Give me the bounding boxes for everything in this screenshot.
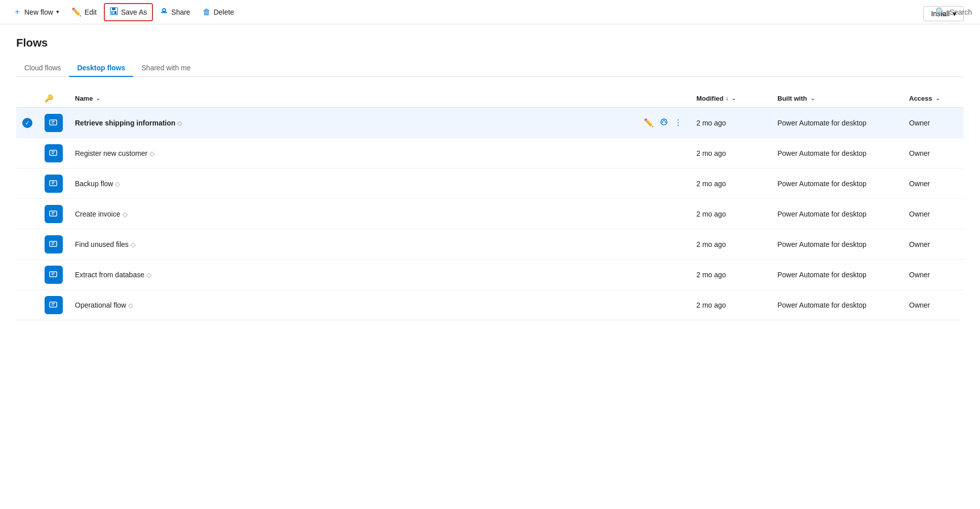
flow-built-with-cell: Power Automate for desktop — [771, 108, 903, 138]
table-row[interactable]: ✓ Retrieve shipping information◇ ✏️ ⋮ 2 … — [16, 108, 964, 138]
flow-icon — [45, 175, 63, 193]
search-box[interactable]: 🔍 Search — [935, 7, 972, 17]
flow-modified-cell: 2 mo ago — [690, 199, 771, 229]
row-checkbox-cell[interactable] — [16, 138, 38, 168]
save-as-label: Save As — [121, 8, 147, 16]
flow-access-cell: Owner — [903, 138, 964, 168]
svg-point-9 — [662, 121, 663, 122]
flow-icon — [45, 296, 63, 314]
svg-rect-3 — [112, 12, 114, 14]
table-row[interactable]: Register new customer◇2 mo agoPower Auto… — [16, 138, 964, 168]
share-button[interactable]: Share — [155, 4, 195, 20]
row-checkbox-cell[interactable]: ✓ — [16, 108, 38, 138]
new-flow-label: New flow — [24, 8, 53, 16]
search-icon: 🔍 — [935, 7, 946, 17]
flow-modified: 2 mo ago — [696, 180, 726, 188]
name-sort-icon: ⌄ — [96, 95, 100, 102]
svg-point-4 — [163, 9, 165, 11]
flow-built-with-cell: Power Automate for desktop — [771, 168, 903, 199]
flow-icon — [45, 114, 63, 132]
flow-name: Retrieve shipping information — [75, 119, 175, 127]
table-row[interactable]: Find unused files◇2 mo agoPower Automate… — [16, 229, 964, 260]
col-header-access[interactable]: Access ⌄ — [903, 89, 964, 108]
save-as-button[interactable]: Save As — [104, 3, 153, 21]
row-checkbox-cell[interactable] — [16, 229, 38, 260]
flow-modified-cell: 2 mo ago — [690, 260, 771, 290]
chevron-down-icon: ▾ — [56, 9, 59, 15]
flow-built-with: Power Automate for desktop — [777, 149, 867, 157]
flow-icon-cell — [38, 108, 69, 138]
row-actions: ✏️ ⋮ — [642, 116, 684, 130]
flow-name-cell: Create invoice◇ — [69, 199, 636, 229]
flow-access: Owner — [909, 271, 930, 279]
flow-icon — [45, 235, 63, 253]
save-as-icon — [110, 7, 118, 17]
col-header-built[interactable]: Built with ⌄ — [771, 89, 903, 108]
col-header-name[interactable]: Name ⌄ — [69, 89, 636, 108]
row-share-button[interactable] — [658, 116, 670, 130]
flow-icon-cell — [38, 290, 69, 320]
row-actions-cell — [636, 290, 690, 320]
flow-icon — [45, 266, 63, 284]
svg-point-11 — [663, 119, 665, 121]
tab-desktop-flows[interactable]: Desktop flows — [69, 60, 133, 77]
row-edit-button[interactable]: ✏️ — [642, 116, 656, 130]
col-header-key: 🔑 — [38, 89, 69, 108]
row-actions-cell — [636, 199, 690, 229]
flow-name-cell: Extract from database◇ — [69, 260, 636, 290]
flow-built-with-cell: Power Automate for desktop — [771, 138, 903, 168]
premium-icon: ◇ — [146, 271, 151, 279]
search-label: Search — [950, 8, 972, 16]
flow-icon-cell — [38, 229, 69, 260]
table-row[interactable]: Create invoice◇2 mo agoPower Automate fo… — [16, 199, 964, 229]
table-row[interactable]: Extract from database◇2 mo agoPower Auto… — [16, 260, 964, 290]
flow-icon-cell — [38, 168, 69, 199]
table-row[interactable]: Backup flow◇2 mo agoPower Automate for d… — [16, 168, 964, 199]
table-row[interactable]: Operational flow◇2 mo agoPower Automate … — [16, 290, 964, 320]
svg-rect-24 — [50, 272, 57, 277]
flow-name: Create invoice — [75, 210, 121, 218]
modified-sort-icon: ⌄ — [731, 95, 736, 102]
svg-rect-18 — [50, 211, 57, 216]
premium-icon: ◇ — [177, 119, 182, 127]
row-checkbox-cell[interactable] — [16, 168, 38, 199]
flow-name-cell: Find unused files◇ — [69, 229, 636, 260]
flow-name: Find unused files — [75, 240, 129, 248]
row-more-button[interactable]: ⋮ — [672, 116, 684, 130]
delete-button[interactable]: 🗑 Delete — [198, 5, 239, 20]
flow-name-cell: Retrieve shipping information◇ — [69, 108, 636, 138]
col-header-actions — [636, 89, 690, 108]
svg-rect-15 — [50, 181, 57, 186]
flow-name: Register new customer — [75, 149, 147, 157]
premium-icon: ◇ — [131, 241, 136, 248]
premium-icon: ◇ — [149, 150, 154, 157]
flow-icon-cell — [38, 138, 69, 168]
tab-shared-with-me[interactable]: Shared with me — [133, 60, 199, 77]
col-header-check — [16, 89, 38, 108]
svg-rect-12 — [50, 150, 57, 155]
share-icon — [160, 7, 168, 17]
flow-built-with: Power Automate for desktop — [777, 301, 867, 309]
flow-built-with-cell: Power Automate for desktop — [771, 290, 903, 320]
flow-built-with: Power Automate for desktop — [777, 210, 867, 218]
row-actions-cell — [636, 229, 690, 260]
premium-icon: ◇ — [115, 180, 120, 188]
flow-built-with-cell: Power Automate for desktop — [771, 199, 903, 229]
col-header-modified[interactable]: Modified ↓ ⌄ — [690, 89, 771, 108]
flow-built-with-cell: Power Automate for desktop — [771, 260, 903, 290]
flow-access-cell: Owner — [903, 290, 964, 320]
flow-built-with: Power Automate for desktop — [777, 271, 867, 279]
edit-button[interactable]: ✏️ Edit — [66, 4, 102, 20]
tab-cloud-flows[interactable]: Cloud flows — [16, 60, 69, 77]
flow-access: Owner — [909, 240, 930, 248]
new-flow-button[interactable]: ＋ New flow ▾ — [8, 4, 64, 20]
tabs: Cloud flows Desktop flows Shared with me — [16, 60, 964, 77]
row-checkbox-cell[interactable] — [16, 260, 38, 290]
row-checkbox-cell[interactable] — [16, 199, 38, 229]
svg-point-10 — [665, 121, 667, 122]
row-checkbox-cell[interactable] — [16, 290, 38, 320]
flow-access: Owner — [909, 301, 930, 309]
flow-icon-cell — [38, 199, 69, 229]
delete-icon: 🗑 — [203, 8, 211, 17]
flow-modified: 2 mo ago — [696, 149, 726, 157]
